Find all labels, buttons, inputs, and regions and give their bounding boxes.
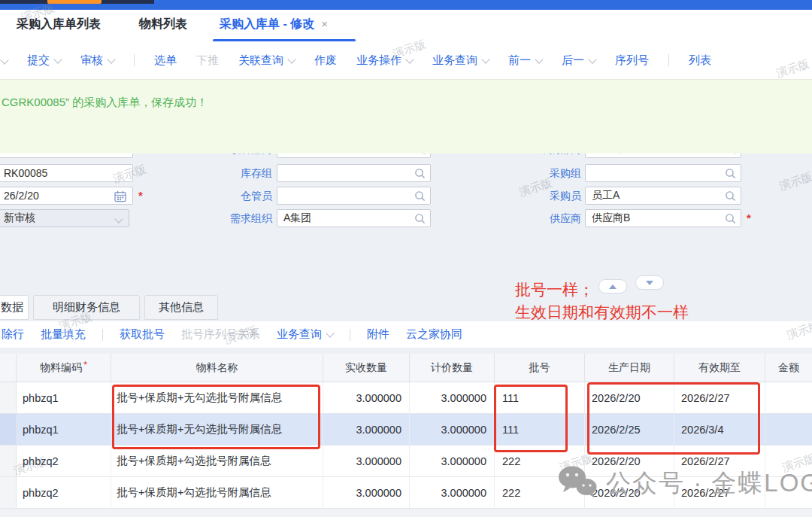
tab-material-list[interactable]: 物料列表 xyxy=(139,17,187,32)
demand-org-input[interactable]: A集团 xyxy=(277,209,431,227)
cell-received-qty[interactable]: 3.000000 xyxy=(323,446,410,477)
table-row[interactable]: phbzq1 批号+保质期+无勾选批号附属信息 3.000000 3.00000… xyxy=(0,382,812,414)
purchase-group-input[interactable] xyxy=(585,164,741,182)
cell-material-name[interactable]: 批号+保质期+勾选批号附属信息 xyxy=(111,446,323,477)
previous-button[interactable]: 前一 xyxy=(508,53,542,68)
window-tabbar: 采购入库单列表 物料列表 采购入库单 - 修改× xyxy=(0,10,812,41)
chevron-down-icon xyxy=(588,55,596,63)
date-input[interactable]: 26/2/20 xyxy=(0,187,133,205)
col-header-prod-date[interactable]: 生产日期 xyxy=(585,354,674,382)
collapse-up-button[interactable] xyxy=(598,279,627,293)
get-batch-button[interactable]: 获取批号 xyxy=(120,327,165,342)
cell-material-code[interactable]: phbzq2 xyxy=(17,477,111,509)
tab-purchase-inbound-list[interactable]: 采购入库单列表 xyxy=(17,17,101,32)
cell-prod-date[interactable]: 2026/2/20 xyxy=(585,477,674,509)
supplier-input[interactable]: 供应商B xyxy=(585,209,741,227)
next-button[interactable]: 后一 xyxy=(562,53,595,68)
attachment-button[interactable]: 附件 xyxy=(367,327,389,342)
cell-amount[interactable] xyxy=(765,446,812,477)
detail-tab-other-info[interactable]: 其他信息 xyxy=(144,295,218,320)
col-header-material-name[interactable]: 物料名称 xyxy=(111,354,323,382)
search-icon[interactable] xyxy=(725,168,736,181)
warehouse-keeper-input[interactable] xyxy=(277,187,431,205)
cell-prod-date[interactable]: 2026/2/25 xyxy=(585,414,674,446)
cell-prod-date[interactable]: 2026/2/20 xyxy=(585,446,674,477)
cell-material-name[interactable]: 批号+保质期+无勾选批号附属信息 xyxy=(111,382,323,414)
status-select[interactable]: 新审核 xyxy=(0,209,129,227)
cell-amount[interactable] xyxy=(765,414,812,446)
doc-number-input[interactable]: RK00085 xyxy=(0,164,133,182)
table-row-selected[interactable]: phbzq1 批号+保质期+无勾选批号附属信息 3.000000 3.00000… xyxy=(0,414,812,446)
main-toolbar: 提交 审核 选单 下推 关联查询 作废 业务操作 业务查询 前一 后一 序列号 … xyxy=(0,41,812,79)
overflow-chevron-icon[interactable] xyxy=(0,56,8,64)
cell-material-name[interactable]: 批号+保质期+勾选批号附属信息 xyxy=(111,477,323,509)
field-value: A集团 xyxy=(283,211,311,225)
grid-header-row: 物料编码* 物料名称 实收数量 计价数量 批号 生产日期 有效期至 金额 xyxy=(0,354,812,382)
submit-button[interactable]: 提交 xyxy=(27,53,61,68)
void-button[interactable]: 作废 xyxy=(314,53,337,68)
cell-received-qty[interactable]: 3.000000 xyxy=(323,414,410,446)
search-icon[interactable] xyxy=(414,190,426,204)
cell-batch[interactable]: 111 xyxy=(495,414,585,446)
batch-serial-relation-button[interactable]: 批号序列号关系 xyxy=(181,327,260,342)
select-bill-button[interactable]: 选单 xyxy=(154,53,177,68)
cell-material-name[interactable]: 批号+保质期+无勾选批号附属信息 xyxy=(111,414,323,446)
calendar-icon[interactable] xyxy=(114,190,126,205)
cell-material-code[interactable]: phbzq1 xyxy=(17,414,111,446)
col-header-expiry-date[interactable]: 有效期至 xyxy=(674,354,765,382)
search-icon[interactable] xyxy=(414,213,426,227)
cell-pricing-qty[interactable]: 3.000000 xyxy=(410,446,495,477)
detail-tab-finance-info[interactable]: 明细财务信息 xyxy=(33,295,140,320)
detail-business-query-button[interactable]: 业务查询 xyxy=(277,327,333,342)
close-icon[interactable]: × xyxy=(321,17,328,30)
row-selector-cell[interactable] xyxy=(0,414,17,446)
tab-purchase-inbound-edit[interactable]: 采购入库单 - 修改× xyxy=(220,17,328,32)
cell-expiry-date[interactable]: 2026/2/27 xyxy=(674,382,765,414)
purchaser-input[interactable]: 员工A xyxy=(585,187,741,205)
business-operation-button[interactable]: 业务操作 xyxy=(356,53,413,68)
cell-received-qty[interactable]: 3.000000 xyxy=(323,382,410,414)
table-row[interactable]: phbzq2 批号+保质期+勾选批号附属信息 3.000000 3.000000… xyxy=(0,477,812,509)
cell-prod-date[interactable]: 2026/2/20 xyxy=(585,382,674,414)
delete-row-button[interactable]: 除行 xyxy=(2,327,24,342)
cell-batch[interactable]: 222 xyxy=(495,446,585,477)
col-header-material-code[interactable]: 物料编码* xyxy=(17,354,111,382)
cell-expiry-date[interactable]: 2026/2/27 xyxy=(674,446,765,477)
detail-tab-data[interactable]: 数据 xyxy=(0,295,29,320)
table-row[interactable]: phbzq2 批号+保质期+勾选批号附属信息 3.000000 3.000000… xyxy=(0,446,812,477)
business-query-button[interactable]: 业务查询 xyxy=(432,53,489,68)
cell-amount[interactable] xyxy=(765,382,812,414)
row-selector-cell[interactable] xyxy=(0,446,17,477)
col-header-received-qty[interactable]: 实收数量 xyxy=(323,354,410,382)
serial-number-button[interactable]: 序列号 xyxy=(615,53,649,68)
cell-material-code[interactable]: phbzq2 xyxy=(17,446,111,477)
search-icon[interactable] xyxy=(725,190,736,204)
cell-material-code[interactable]: phbzq1 xyxy=(17,382,111,414)
cell-expiry-date[interactable]: 2026/3/4 xyxy=(674,414,765,446)
stock-group-input[interactable] xyxy=(277,164,431,182)
cell-expiry-date[interactable]: 2026/2/27 xyxy=(674,477,765,509)
cell-received-qty[interactable]: 3.000000 xyxy=(323,477,410,509)
audit-button[interactable]: 审核 xyxy=(80,53,114,68)
cell-batch[interactable]: 222 xyxy=(495,477,585,509)
col-header-batch[interactable]: 批号 xyxy=(495,354,585,382)
cell-batch[interactable]: 111 xyxy=(495,382,585,414)
row-selector-cell[interactable] xyxy=(0,382,17,414)
yunzhijia-collab-button[interactable]: 云之家协同 xyxy=(406,327,462,342)
search-icon[interactable] xyxy=(414,168,426,181)
required-marker: * xyxy=(747,211,751,224)
cell-pricing-qty[interactable]: 3.000000 xyxy=(410,414,495,446)
cell-amount[interactable] xyxy=(765,477,812,509)
col-header-pricing-qty[interactable]: 计价数量 xyxy=(410,354,495,382)
list-view-button[interactable]: 列表 xyxy=(689,53,711,68)
expand-down-button[interactable] xyxy=(635,275,664,290)
row-selector-header[interactable] xyxy=(0,354,17,382)
row-selector-cell[interactable] xyxy=(0,477,17,509)
related-query-button[interactable]: 关联查询 xyxy=(238,53,295,68)
cell-pricing-qty[interactable]: 3.000000 xyxy=(410,382,495,414)
batch-fill-button[interactable]: 批量填充 xyxy=(41,327,86,342)
cell-pricing-qty[interactable]: 3.000000 xyxy=(410,477,495,509)
search-icon[interactable] xyxy=(725,213,736,227)
push-down-button[interactable]: 下推 xyxy=(196,53,219,68)
col-header-amount[interactable]: 金额 xyxy=(765,354,812,382)
